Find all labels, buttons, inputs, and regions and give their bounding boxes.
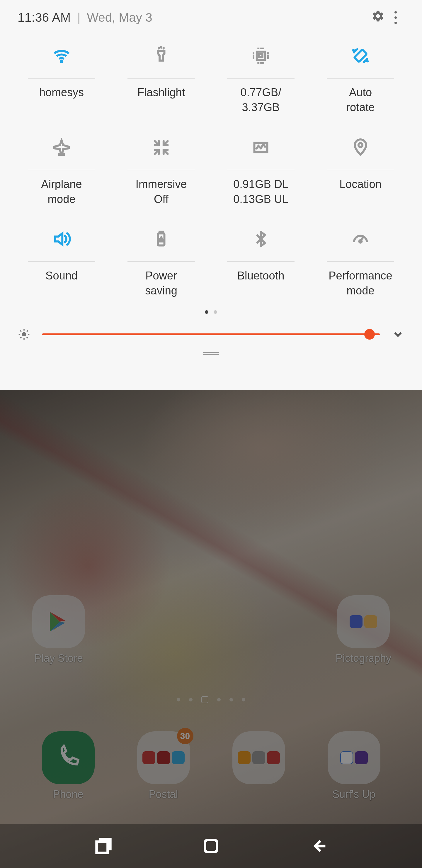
quick-tiles-grid: homesys Flashlight 0.77GB/ 3.37GB [0, 35, 422, 307]
tile-memory[interactable]: 0.77GB/ 3.37GB [211, 41, 311, 124]
app-play-store[interactable]: Play Store [29, 595, 88, 664]
panel-drag-handle[interactable] [203, 352, 219, 355]
postal-folder-icon: 30 [137, 731, 190, 784]
brightness-slider[interactable] [42, 333, 380, 335]
tile-sublabel: mode [347, 283, 374, 298]
phone-icon [42, 731, 95, 784]
quick-settings-panel: 11:36 AM | Wed, May 3 homesys [0, 0, 422, 390]
tile-label: Immersive [135, 177, 187, 192]
svg-rect-10 [205, 840, 217, 852]
airplane-icon [51, 137, 72, 158]
tile-sublabel: mode [47, 192, 75, 207]
app-folder[interactable] [229, 731, 288, 801]
app-label: Play Store [34, 652, 83, 664]
status-separator: | [77, 10, 80, 25]
tile-label: Power [145, 268, 177, 283]
location-pin-icon [350, 137, 371, 158]
surfs-up-folder-icon [328, 731, 380, 784]
battery-recycle-icon [151, 228, 172, 250]
cpu-icon [250, 45, 271, 66]
svg-rect-1 [257, 52, 265, 60]
tile-autorotate[interactable]: Auto rotate [311, 41, 410, 124]
app-label: Phone [53, 788, 83, 801]
sound-icon [51, 228, 72, 250]
chart-icon [250, 137, 271, 158]
recents-button[interactable] [93, 836, 114, 856]
brightness-thumb[interactable] [364, 329, 375, 340]
svg-point-8 [359, 240, 362, 243]
pictography-folder-icon [337, 595, 390, 648]
back-button[interactable] [308, 836, 329, 856]
tile-label: 0.91GB DL [233, 177, 288, 192]
svg-rect-2 [259, 54, 263, 58]
tiles-pager[interactable] [0, 310, 422, 314]
tile-sublabel: rotate [346, 100, 375, 115]
tile-bluetooth[interactable]: Bluetooth [211, 224, 311, 307]
settings-gear-icon[interactable] [369, 10, 387, 26]
more-options-icon[interactable] [387, 11, 404, 24]
svg-rect-7 [160, 232, 163, 234]
svg-point-5 [358, 143, 362, 147]
home-indicator-icon [201, 696, 208, 703]
tile-sublabel: saving [145, 283, 177, 298]
svg-point-0 [61, 61, 62, 62]
tile-label: Airplane [41, 177, 82, 192]
status-time: 11:36 AM [18, 10, 71, 25]
tile-label: homesys [39, 85, 84, 100]
app-label: Pictography [335, 652, 391, 664]
home-pager[interactable] [0, 698, 422, 703]
tile-powersaving[interactable]: Power saving [111, 224, 211, 307]
app-pictography[interactable]: Pictography [334, 595, 393, 664]
brightness-icon [18, 328, 30, 341]
navigation-bar [0, 824, 422, 868]
app-phone[interactable]: Phone [39, 731, 98, 801]
tile-label: Flashlight [137, 85, 185, 100]
tile-sound[interactable]: Sound [12, 224, 111, 307]
wifi-icon [51, 45, 72, 66]
tile-flashlight[interactable]: Flashlight [111, 41, 211, 124]
brightness-row [0, 322, 422, 346]
autorotate-icon [350, 45, 371, 66]
tile-immersive[interactable]: Immersive Off [111, 133, 211, 216]
tile-label: Auto [349, 85, 372, 100]
tile-sublabel: 0.13GB UL [233, 192, 288, 207]
tile-label: Location [339, 177, 382, 192]
app-postal[interactable]: 30 Postal [134, 731, 193, 801]
play-store-icon [32, 595, 85, 648]
tile-label: Bluetooth [237, 268, 285, 283]
home-row-1: Play Store Pictography [0, 595, 422, 664]
gauge-icon [350, 228, 371, 250]
tile-location[interactable]: Location [311, 133, 410, 216]
status-date: Wed, May 3 [87, 10, 369, 25]
svg-point-9 [22, 332, 26, 336]
tile-data[interactable]: 0.91GB DL 0.13GB UL [211, 133, 311, 216]
dock: Phone 30 Postal Surf's Up [0, 731, 422, 801]
tile-wifi[interactable]: homesys [12, 41, 111, 124]
app-label: Postal [149, 788, 178, 801]
chevron-down-icon[interactable] [392, 328, 404, 341]
collapse-icon [151, 137, 172, 158]
home-screen: Play Store Pictography Phone [0, 390, 422, 868]
tile-performance[interactable]: Performance mode [311, 224, 410, 307]
app-surfs-up[interactable]: Surf's Up [325, 731, 383, 801]
bluetooth-icon [250, 228, 271, 250]
tile-label: Sound [45, 268, 78, 283]
tile-label: Performance [328, 268, 392, 283]
flashlight-icon [151, 45, 172, 66]
app-label: Surf's Up [332, 788, 376, 801]
pager-dot-active [205, 310, 208, 314]
tile-label: 0.77GB/ [240, 85, 281, 100]
tile-airplane[interactable]: Airplane mode [12, 133, 111, 216]
pager-dot [214, 310, 217, 314]
status-bar: 11:36 AM | Wed, May 3 [0, 0, 422, 35]
badge-count: 30 [177, 728, 193, 744]
home-button[interactable] [201, 836, 221, 856]
tile-sublabel: Off [154, 192, 168, 207]
folder-icon [232, 731, 285, 784]
tile-sublabel: 3.37GB [242, 100, 280, 115]
